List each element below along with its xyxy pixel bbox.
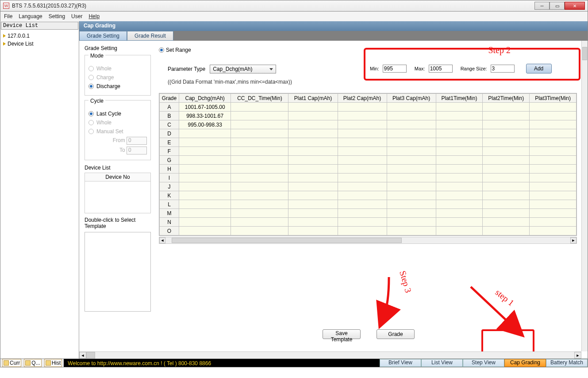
add-button[interactable]: Add	[526, 64, 552, 73]
table-row[interactable]: O	[160, 227, 576, 235]
table-row[interactable]: D	[160, 129, 576, 138]
table-h-scrollbar[interactable]: ◄►	[159, 237, 577, 244]
table-row[interactable]: B998.33-1001.67	[160, 112, 576, 120]
close-button[interactable]: ✕	[565, 2, 585, 10]
col-header[interactable]: Plat3Time(Min)	[530, 94, 576, 103]
tab-grade-result[interactable]: Grade Result	[127, 31, 173, 41]
step1-highlight	[481, 329, 534, 354]
step2-label: Step 2	[488, 45, 511, 55]
mode-discharge[interactable]: Discharge	[88, 82, 147, 91]
device-no-list[interactable]: Device No	[85, 173, 151, 213]
tree-item-ip[interactable]: 127.0.0.1	[3, 32, 76, 40]
table-row[interactable]: N	[160, 218, 576, 227]
col-header[interactable]: Cap_Dchg(mAh)	[179, 94, 231, 103]
template-hint: Double-click to Select Template	[85, 217, 151, 229]
menu-user[interactable]: User	[71, 13, 82, 19]
table-row[interactable]: I	[160, 174, 576, 182]
device-list-panel: Device List 127.0.0.1 Device List	[0, 21, 79, 359]
max-input[interactable]	[429, 65, 453, 73]
status-tab-hist[interactable]: Hist	[44, 359, 62, 367]
table-row[interactable]: G	[160, 156, 576, 165]
view-step[interactable]: Step View	[463, 359, 504, 367]
col-header[interactable]: Plat1Time(Min)	[436, 94, 483, 103]
tree-item-devicelist[interactable]: Device List	[3, 40, 76, 48]
table-row[interactable]: C995.00-998.33	[160, 120, 576, 129]
mode-whole[interactable]: Whole	[88, 64, 147, 73]
cycle-group: Cycle Last Cycle Whole Manual Set From 0…	[85, 100, 151, 160]
min-input[interactable]	[383, 65, 407, 73]
chevron-down-icon	[269, 68, 273, 70]
col-header[interactable]: Plat1 Cap(mAh)	[288, 94, 338, 103]
grade-setting-label: Grade Setting	[85, 45, 151, 51]
cycle-whole[interactable]: Whole	[88, 118, 147, 127]
cycle-last[interactable]: Last Cycle	[88, 109, 147, 118]
panel-title: Cap Grading	[79, 21, 588, 31]
grade-table[interactable]: GradeCap_Dchg(mAh)CC_DC_Time(Min)Plat1 C…	[159, 93, 577, 236]
col-header[interactable]: Plat2 Cap(mAh)	[338, 94, 387, 103]
status-bar: Curr Q... Hist Welcome to http://www.new…	[0, 359, 588, 367]
title-bar: W BTS 7.5.5.631(2015.03.27)(R3) ─ ▭ ✕	[0, 0, 588, 12]
window-title: BTS 7.5.5.631(2015.03.27)(R3)	[12, 3, 86, 9]
tab-bar: Grade Setting Grade Result	[79, 31, 588, 41]
table-row[interactable]: F	[160, 147, 576, 156]
status-tab-curr[interactable]: Curr	[2, 359, 21, 367]
range-size-input[interactable]	[491, 65, 515, 73]
tab-grade-setting[interactable]: Grade Setting	[79, 31, 127, 41]
cycle-manual[interactable]: Manual Set	[88, 127, 147, 136]
mode-group: Mode Whole Charge Discharge	[85, 55, 151, 96]
col-header[interactable]: Grade	[160, 94, 179, 103]
tab-icon	[46, 360, 51, 366]
h-scrollbar[interactable]: ◄►	[79, 351, 581, 359]
minimize-button[interactable]: ─	[534, 2, 550, 10]
col-header[interactable]: Plat2Time(Min)	[483, 94, 530, 103]
device-list-label: Device List	[85, 165, 151, 171]
from-spinner[interactable]: 0	[127, 137, 147, 145]
expand-icon	[3, 34, 6, 38]
device-list-header: Device List	[1, 22, 78, 30]
radio-icon	[159, 47, 164, 53]
col-header[interactable]: Plat3 Cap(mAh)	[387, 94, 436, 103]
table-row[interactable]: M	[160, 209, 576, 218]
step3-label: Step 3	[397, 270, 413, 294]
table-row[interactable]: H	[160, 165, 576, 174]
tab-icon	[25, 360, 31, 366]
save-template-button[interactable]: Save Template	[323, 329, 361, 339]
menu-setting[interactable]: Setting	[49, 13, 65, 19]
app-icon: W	[3, 3, 9, 9]
mode-charge[interactable]: Charge	[88, 73, 147, 82]
step2-highlight: Min: Max: Range Size: Add	[364, 48, 580, 81]
grade-setting-sidebar: Grade Setting Mode Whole Charge Discharg…	[79, 41, 154, 351]
to-spinner[interactable]: 0	[127, 147, 147, 154]
view-list[interactable]: List View	[421, 359, 463, 367]
device-no-header: Device No	[85, 173, 150, 181]
status-tab-q[interactable]: Q...	[24, 359, 41, 367]
grade-button[interactable]: Grade	[377, 329, 415, 339]
table-row[interactable]: L	[160, 200, 576, 209]
menu-file[interactable]: File	[4, 13, 12, 19]
expand-icon	[3, 42, 6, 46]
step3-arrow-icon	[371, 273, 398, 326]
maximize-button[interactable]: ▭	[550, 2, 565, 10]
view-battery-match[interactable]: Battery Match	[546, 359, 588, 367]
step1-arrow-icon	[462, 282, 524, 336]
menu-language[interactable]: Language	[19, 13, 42, 19]
v-scrollbar[interactable]	[581, 41, 588, 351]
menu-bar: File Language Setting User Help	[0, 12, 588, 21]
welcome-marquee: Welcome to http://www.neware.com.cn ! ( …	[64, 359, 380, 367]
table-row[interactable]: K	[160, 191, 576, 200]
table-row[interactable]: A1001.67-1005.00	[160, 103, 576, 112]
view-brief[interactable]: Brief View	[380, 359, 421, 367]
param-type-combo[interactable]: Cap_Dchg(mAh)	[210, 65, 276, 73]
table-row[interactable]: E	[160, 138, 576, 147]
table-row[interactable]: J	[160, 182, 576, 191]
menu-help[interactable]: Help	[88, 13, 100, 19]
col-header[interactable]: CC_DC_Time(Min)	[231, 94, 288, 103]
tab-icon	[4, 360, 9, 366]
param-type-label: Parameter Type	[168, 66, 205, 72]
template-list[interactable]	[85, 232, 151, 312]
view-cap-grading[interactable]: Cap Grading	[504, 359, 546, 367]
